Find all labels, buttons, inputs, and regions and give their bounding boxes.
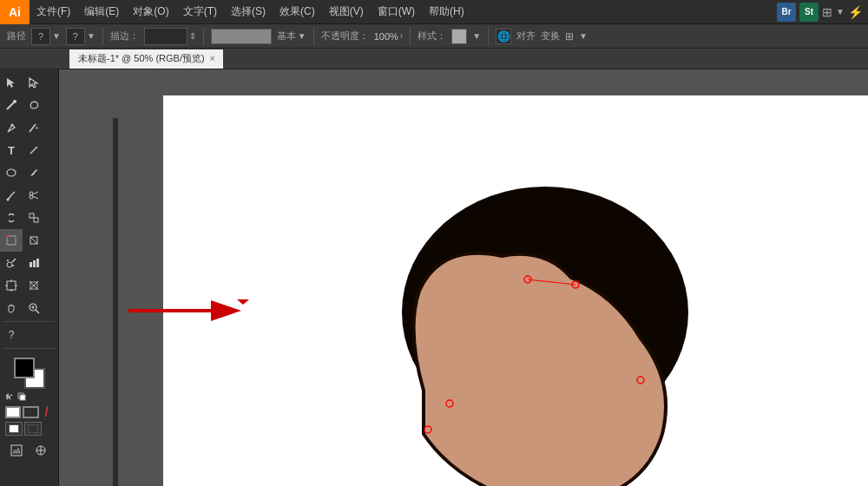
stock-icon[interactable]: St [799, 3, 819, 22]
zoom-tool[interactable] [23, 297, 45, 319]
add-anchor-tool[interactable]: + [23, 116, 45, 139]
color-squares [14, 358, 45, 389]
stroke-icon[interactable] [23, 406, 38, 418]
pencil-tool[interactable] [0, 184, 23, 207]
scissors-tool[interactable] [23, 184, 45, 207]
screen-mode-full[interactable] [24, 422, 42, 436]
workspace-arrow-icon: ▼ [836, 7, 845, 16]
fill-stroke-icons: / [0, 404, 58, 420]
foreground-color-swatch[interactable] [14, 358, 35, 378]
reshape-tool[interactable] [23, 229, 45, 252]
type-tool[interactable]: T [0, 139, 23, 161]
pen-tool[interactable] [0, 116, 23, 139]
column-graph-tool[interactable] [23, 252, 45, 274]
spread-input[interactable] [144, 28, 187, 45]
workspace-grid-icon[interactable]: ⊞ [822, 5, 832, 19]
spread-label: 描边： [110, 30, 139, 43]
tool-row-7 [0, 207, 58, 229]
document-tab[interactable]: 未标题-1* @ 50% (RGB/预览) × [69, 49, 223, 69]
view-tools-row [0, 437, 58, 463]
symbol-sprayer-tool[interactable] [0, 252, 23, 274]
stroke-label: 基本 [277, 30, 296, 43]
svg-rect-13 [30, 213, 34, 218]
tool-row-2 [0, 94, 58, 116]
menu-bar: Ai 文件(F) 编辑(E) 对象(O) 文字(T) 选择(S) 效果(C) 视… [0, 0, 868, 24]
rotate-tool[interactable] [0, 207, 23, 229]
svg-point-22 [12, 265, 14, 266]
align-label[interactable]: 对齐 [516, 30, 536, 43]
style-label: 样式： [418, 30, 446, 43]
stroke-dropdown[interactable]: ▼ [298, 31, 306, 41]
menu-edit[interactable]: 编辑(E) [77, 0, 126, 23]
swap-colors-icon[interactable] [5, 392, 14, 401]
dropdown-arrow2: ▼ [87, 31, 95, 41]
divider4 [410, 28, 411, 45]
menu-object[interactable]: 对象(O) [126, 0, 175, 23]
toolbar-separator [3, 321, 56, 322]
screen-mode-normal[interactable] [5, 422, 23, 436]
main-area: + T [0, 69, 868, 486]
bridge-icon[interactable]: Br [777, 3, 796, 22]
svg-line-12 [33, 196, 39, 199]
menu-items: 文件(F) 编辑(E) 对象(O) 文字(T) 选择(S) 效果(C) 视图(V… [30, 0, 471, 23]
brush-tool[interactable] [23, 161, 45, 184]
svg-point-4 [11, 124, 14, 127]
something-tool[interactable] [30, 439, 52, 462]
swap-reset-area [5, 392, 53, 401]
tool-row-6 [0, 184, 58, 207]
ai-logo: Ai [0, 0, 30, 24]
svg-line-33 [36, 310, 39, 313]
selection-tool[interactable] [0, 71, 23, 94]
scale-tool[interactable] [23, 207, 45, 229]
image-trace-tool[interactable] [5, 439, 28, 462]
menu-type[interactable]: 文字(T) [176, 0, 224, 23]
divider3 [313, 28, 314, 45]
svg-point-21 [7, 259, 9, 261]
canvas-area[interactable] [59, 69, 868, 486]
free-transform-tool[interactable] [0, 229, 23, 252]
menu-window[interactable]: 窗口(W) [371, 0, 422, 23]
path-option-btn2[interactable]: ? [66, 28, 85, 45]
svg-rect-39 [10, 425, 18, 432]
fill-icon[interactable] [5, 406, 21, 418]
slice-tool[interactable] [23, 274, 45, 297]
tab-close-btn[interactable]: × [210, 54, 215, 63]
lasso-tool[interactable] [23, 94, 45, 116]
tab-bar: 未标题-1* @ 50% (RGB/预览) × [0, 49, 868, 69]
menu-view[interactable]: 视图(V) [322, 0, 371, 23]
svg-rect-25 [36, 259, 39, 267]
menu-select[interactable]: 选择(S) [224, 0, 273, 23]
artwork-svg [59, 69, 868, 486]
menu-effect[interactable]: 效果(C) [273, 0, 322, 23]
svg-rect-37 [20, 395, 25, 400]
flash-icon: ⚡ [848, 5, 863, 19]
tool-row-8 [0, 229, 58, 252]
transform-label[interactable]: 变换 [541, 30, 560, 43]
svg-point-10 [30, 195, 33, 199]
ellipse-tool[interactable] [0, 161, 23, 184]
none-icon[interactable]: / [41, 406, 53, 418]
direct-selection-tool[interactable] [23, 71, 45, 94]
tool-row-3: + [0, 116, 58, 139]
menu-file[interactable]: 文件(F) [30, 0, 77, 23]
tool-row-help: ? [0, 324, 58, 346]
svg-marker-0 [7, 78, 15, 88]
help-tool[interactable]: ? [0, 324, 23, 346]
tool-row-11 [0, 297, 58, 319]
path-option-btn1[interactable]: ? [31, 28, 50, 45]
divider1 [102, 28, 103, 45]
toolbar-separator2 [3, 348, 56, 349]
magic-wand-tool[interactable] [0, 94, 23, 116]
style-dropdown[interactable]: ▼ [472, 31, 481, 41]
artboard-tool[interactable] [0, 274, 23, 297]
scroll-strip [113, 118, 118, 486]
line-tool[interactable] [23, 139, 45, 161]
reset-colors-icon[interactable] [17, 392, 26, 401]
globe-icon[interactable]: 🌐 [496, 29, 511, 44]
red-arrow-tip [211, 300, 241, 321]
menu-help[interactable]: 帮助(H) [422, 0, 471, 23]
svg-line-20 [12, 259, 16, 262]
hand-tool[interactable] [0, 297, 23, 319]
svg-rect-24 [33, 260, 36, 267]
svg-point-19 [7, 262, 12, 267]
